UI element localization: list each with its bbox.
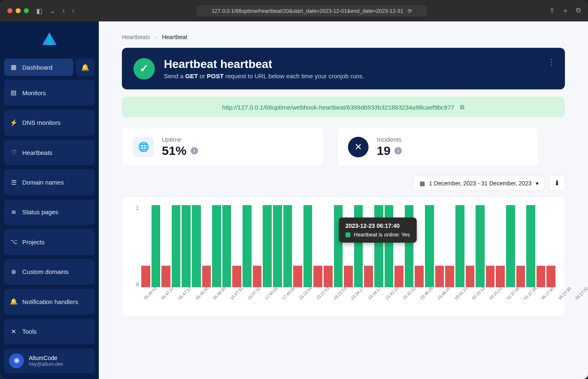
user-menu[interactable]: ❋ AltumCode hey@altum.dev <box>4 349 95 373</box>
info-icon[interactable]: i <box>394 147 402 154</box>
chart-bar[interactable] <box>374 205 383 287</box>
chart-bar[interactable] <box>232 266 241 287</box>
x-tick-label: 05:39:53 <box>143 286 157 300</box>
x-tick-label: 01:37:38 <box>523 286 537 300</box>
chart-bar[interactable] <box>152 205 161 287</box>
x-tick-label: 23:42:10 <box>385 286 399 300</box>
sidebar-item-domain-names[interactable]: ☰Domain names <box>4 169 95 195</box>
stat-value: 51% <box>162 144 187 158</box>
x-circle-icon: ✕ <box>348 137 369 157</box>
maximize-window-icon[interactable] <box>24 8 29 13</box>
notifications-button[interactable]: 🔔 <box>76 58 95 76</box>
reload-icon[interactable]: ⟳ <box>408 8 412 14</box>
chart-bar[interactable] <box>425 205 434 287</box>
chart-bar[interactable] <box>506 205 515 287</box>
x-tick-label: 00:15:13 <box>471 286 485 300</box>
sidebar-item-tools[interactable]: ✕Tools <box>4 319 95 344</box>
chart-bar[interactable] <box>324 266 333 287</box>
chart-bar[interactable] <box>526 205 535 287</box>
new-tab-icon[interactable]: ＋ <box>562 7 569 15</box>
chart-bar[interactable] <box>141 266 150 287</box>
chart-bar[interactable] <box>283 205 292 287</box>
chart-bar[interactable] <box>192 205 201 287</box>
breadcrumb-root[interactable]: Heartbeats <box>122 34 150 40</box>
sidebar-item-monitors[interactable]: ▤Monitors <box>4 80 95 105</box>
sidebar-item-status-pages[interactable]: ≋Status pages <box>4 199 95 225</box>
chart-bar[interactable] <box>313 266 322 287</box>
chart-bar[interactable] <box>466 266 475 287</box>
date-range-picker[interactable]: ▦ 1 December, 2023 - 31 December, 2023 ▾ <box>413 175 545 191</box>
sidebar-item-dashboard[interactable]: ▦ Dashboard <box>4 58 73 76</box>
sidebar-item-heartbeats[interactable]: ♡Heartbeats <box>4 140 95 165</box>
sidebar-toggle-icon[interactable]: ◧ <box>36 7 42 15</box>
sidebar-item-dns-monitors[interactable]: ⚡DNS monitors <box>4 110 95 135</box>
x-axis: 05:39:5305:47:3705:47:3705:49:3005:49:30… <box>141 290 555 295</box>
chart-bar[interactable] <box>516 266 525 287</box>
chevron-down-icon[interactable]: ⌄ <box>50 7 55 15</box>
chart-bar[interactable] <box>354 205 363 287</box>
minimize-window-icon[interactable] <box>16 8 21 13</box>
copy-icon[interactable]: ⧉ <box>460 103 464 111</box>
avatar: ❋ <box>9 353 24 368</box>
chart-bar[interactable] <box>394 266 404 287</box>
x-tick-label: 06:27:30 <box>574 286 588 300</box>
list-icon: ☰ <box>10 179 17 186</box>
stat-value: 19 <box>377 144 390 158</box>
stat-uptime: 🌐 Uptime 51%i <box>122 127 324 166</box>
x-tick-label: 23:48:25 <box>419 286 434 300</box>
chart-bar[interactable] <box>172 205 181 287</box>
chart-bar[interactable] <box>243 205 252 287</box>
x-tick-label: 00:15:13 <box>488 286 503 300</box>
chart-bar[interactable] <box>486 266 495 287</box>
chart-bar[interactable] <box>303 205 313 287</box>
chart-bar[interactable] <box>476 205 485 287</box>
chart-bar[interactable] <box>344 266 353 287</box>
sidebar-item-projects[interactable]: ⌥Projects <box>4 229 95 255</box>
more-menu-button[interactable]: ⋮ <box>548 58 555 67</box>
chart-bar[interactable] <box>435 266 444 287</box>
sidebar-item-custom-domains[interactable]: ⊕Custom domains <box>4 259 95 285</box>
chart-bar[interactable] <box>253 266 262 287</box>
chart-bar[interactable] <box>273 205 282 287</box>
chart-bar[interactable] <box>455 205 464 287</box>
forward-icon[interactable]: › <box>72 7 74 14</box>
y-axis: 1 0 <box>132 205 139 288</box>
window-controls[interactable] <box>7 8 29 13</box>
chart-bar[interactable] <box>546 266 555 287</box>
sidebar-item-notification-handlers[interactable]: 🔔Notification handlers <box>4 289 95 314</box>
browser-chrome: ◧ ⌄ ‹ › 127.0.0.1/66uptime/heartbeat/20&… <box>0 0 588 21</box>
webhook-url[interactable]: http://127.0.0.1/66uptime/webhook-heartb… <box>222 104 455 111</box>
chart-bar[interactable] <box>415 266 424 287</box>
x-tick-label: 01:37:38 <box>506 286 520 300</box>
chart-bar[interactable] <box>496 266 505 287</box>
chart-bar[interactable] <box>334 205 343 287</box>
chart-bar[interactable] <box>364 266 373 287</box>
chart-bar[interactable] <box>405 205 414 287</box>
chart-bar[interactable] <box>385 205 394 287</box>
chart-bar[interactable] <box>537 266 546 287</box>
chart-bars[interactable] <box>141 205 555 288</box>
chart-bar[interactable] <box>161 266 170 287</box>
chart-bar[interactable] <box>293 266 302 287</box>
chart-bar[interactable] <box>445 266 454 287</box>
tabs-icon[interactable]: ⧉ <box>576 7 581 15</box>
x-tick-label: 17:40:05 <box>264 286 278 300</box>
chart-bar[interactable] <box>182 205 191 287</box>
x-tick-label: 05:47:37 <box>177 286 192 300</box>
x-tick-label: 05:49:30 <box>195 286 209 300</box>
close-window-icon[interactable] <box>7 8 12 13</box>
chart-bar[interactable] <box>212 205 221 287</box>
user-email: hey@altum.dev <box>29 361 63 367</box>
stat-label: Incidents <box>377 136 402 143</box>
chart-bar[interactable] <box>222 205 231 287</box>
download-button[interactable]: ⬇ <box>549 175 565 191</box>
chart-bar[interactable] <box>202 266 211 287</box>
x-tick-label: 23:22:53 <box>333 286 347 300</box>
chart-bar[interactable] <box>263 205 272 287</box>
info-icon[interactable]: i <box>191 147 198 154</box>
back-icon[interactable]: ‹ <box>63 7 65 14</box>
share-icon[interactable]: ⇧ <box>549 7 555 15</box>
app-logo[interactable] <box>4 27 95 54</box>
url-bar[interactable]: 127.0.0.1/66uptime/heartbeat/20&start_da… <box>196 5 427 16</box>
main-content: Heartbeats › Heartbeat ✓ Heartbeat heart… <box>99 21 588 379</box>
